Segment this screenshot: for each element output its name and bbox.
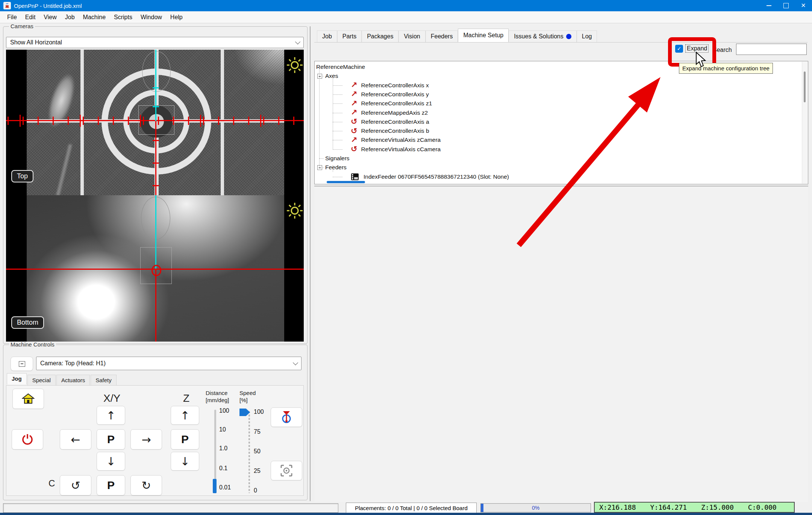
rotate-cw-icon: ↻ xyxy=(141,479,151,492)
camera-view-selector[interactable]: Show All Horizontal xyxy=(6,37,304,48)
arrow-up-icon: ↑ xyxy=(180,409,189,422)
tree-node-referencevirtualaxisccamera[interactable]: ↺ReferenceVirtualAxis cCamera xyxy=(351,145,441,154)
menu-file[interactable]: File xyxy=(3,12,21,22)
tree-connector xyxy=(319,67,320,167)
tree-node-referencecontrolleraxisa[interactable]: ↺ReferenceControllerAxis a xyxy=(351,117,429,126)
top-camera-view[interactable]: Top xyxy=(6,50,304,195)
mc-tab-jog[interactable]: Jog xyxy=(7,373,27,384)
menu-scripts[interactable]: Scripts xyxy=(110,12,136,22)
jog-z-down-button[interactable]: ↓ xyxy=(171,452,199,471)
maximize-button[interactable] xyxy=(777,0,795,11)
tab-log[interactable]: Log xyxy=(577,30,597,42)
minimize-icon xyxy=(767,5,771,6)
tree-horizontal-scrollbar-thumb[interactable] xyxy=(327,181,365,183)
tab-parts[interactable]: Parts xyxy=(337,30,362,42)
home-button[interactable] xyxy=(12,389,44,409)
tab-issues-solutions[interactable]: Issues & Solutions xyxy=(509,30,577,42)
rotate-ccw-button[interactable]: ↺ xyxy=(60,475,91,495)
tree-node-label: Feeders xyxy=(325,164,347,171)
tree-node-signalers[interactable]: Signalers xyxy=(325,154,350,163)
menu-edit[interactable]: Edit xyxy=(21,12,40,22)
tree-node-label: ReferenceVirtualAxis cCamera xyxy=(361,146,441,153)
distance-tick-10: 10 xyxy=(219,426,226,433)
red-tick-2 xyxy=(153,163,159,164)
tree-node-referencemachine[interactable]: ReferenceMachine xyxy=(316,62,365,71)
tree-node-referencecontrolleraxisz1[interactable]: ↗ReferenceControllerAxis z1 xyxy=(351,99,432,108)
tab-label: Issues & Solutions xyxy=(514,33,564,40)
expand-tooltip: Expand machine configuration tree xyxy=(679,63,773,74)
jog-x-minus-button[interactable]: ← xyxy=(60,429,91,450)
rotate-ccw-icon: ↺ xyxy=(71,479,80,492)
issues-badge-dot xyxy=(566,34,571,39)
menu-view[interactable]: View xyxy=(39,12,61,22)
tree-node-referencecontrolleraxisb[interactable]: ↺ReferenceControllerAxis b xyxy=(351,126,429,135)
bottom-camera-view[interactable]: Bottom xyxy=(6,195,304,342)
tab-label: Feeders xyxy=(431,33,453,40)
menu-job[interactable]: Job xyxy=(61,12,79,22)
linear-axis-icon: ↗ xyxy=(351,100,358,108)
distance-slider-thumb[interactable] xyxy=(213,479,217,493)
crosshair-red-vertical xyxy=(155,121,156,195)
tree-connector xyxy=(319,76,324,76)
tree-node-referencemappedaxisz2[interactable]: ↗ReferenceMappedAxis z2 xyxy=(351,108,428,117)
menu-machine[interactable]: Machine xyxy=(79,12,110,22)
jog-z-up-button[interactable]: ↑ xyxy=(171,406,199,425)
tab-vision[interactable]: Vision xyxy=(398,30,425,42)
crosshair-red-vertical xyxy=(155,269,156,342)
jog-x-plus-button[interactable]: → xyxy=(130,429,162,450)
park-head-button[interactable] xyxy=(271,407,302,427)
tab-job[interactable]: Job xyxy=(317,30,337,42)
menu-window[interactable]: Window xyxy=(136,12,166,22)
speed-slider[interactable] xyxy=(248,411,250,493)
rotate-cw-button[interactable]: ↻ xyxy=(130,475,162,495)
top-camera-label: Top xyxy=(11,170,33,182)
position-xy-button[interactable]: P xyxy=(97,429,125,450)
openpnp-window: OpenPnP - Untitled.job.xml ✕ FileEditVie… xyxy=(0,0,812,515)
tree-node-axes[interactable]: Axes xyxy=(325,71,338,81)
tree-node-label: ReferenceControllerAxis z1 xyxy=(361,100,432,107)
tab-label: Machine Setup xyxy=(463,32,503,39)
collapse-jog-button[interactable] xyxy=(11,357,33,371)
chevron-down-icon xyxy=(295,39,300,44)
jog-y-minus-button[interactable]: ↓ xyxy=(97,452,125,471)
mc-tab-actuators[interactable]: Actuators xyxy=(56,375,90,385)
menu-help[interactable]: Help xyxy=(166,12,187,22)
search-label: Search xyxy=(713,47,732,53)
tree-node-indexfeeder0670ff565457888367212340[interactable]: IndexFeeder 0670FF565457888367212340 (Sl… xyxy=(351,172,509,181)
position-p-icon: P xyxy=(181,433,189,446)
power-button[interactable] xyxy=(12,429,43,450)
collapse-icon xyxy=(19,361,25,367)
tree-node-referencecontrolleraxisx[interactable]: ↗ReferenceControllerAxis x xyxy=(351,81,429,90)
jog-y-plus-button[interactable]: ↑ xyxy=(97,406,125,425)
position-z-button[interactable]: P xyxy=(171,429,199,450)
tree-node-referencecontrolleraxisy[interactable]: ↗ReferenceControllerAxis y xyxy=(351,90,429,99)
tab-feeders[interactable]: Feeders xyxy=(426,30,458,42)
position-c-button[interactable]: P xyxy=(97,475,125,495)
search-input[interactable] xyxy=(736,44,807,55)
tab-machine-setup[interactable]: Machine Setup xyxy=(458,29,509,42)
brightness-icon[interactable] xyxy=(286,202,303,219)
tree-connector xyxy=(333,177,342,177)
close-button[interactable]: ✕ xyxy=(795,0,812,11)
tree-node-feeders[interactable]: Feeders xyxy=(325,163,347,172)
brightness-icon[interactable] xyxy=(286,56,303,74)
position-p-icon: P xyxy=(107,479,115,492)
arrow-left-icon: ← xyxy=(71,433,80,446)
mc-tab-safety[interactable]: Safety xyxy=(91,375,117,385)
mc-tab-special[interactable]: Special xyxy=(27,375,56,385)
scrollbar-thumb[interactable] xyxy=(804,71,806,102)
capture-camera-position-button[interactable] xyxy=(271,461,302,480)
tree-node-label: ReferenceControllerAxis b xyxy=(361,128,429,134)
tab-packages[interactable]: Packages xyxy=(362,30,398,42)
placements-status: Placements: 0 / 0 Total | 0 / 0 Selected… xyxy=(346,503,477,513)
tree-node-referencevirtualaxiszcamera[interactable]: ↗ReferenceVirtualAxis zCamera xyxy=(351,135,441,144)
distance-caption: Distance[mm/deg] xyxy=(206,389,229,404)
tree-vertical-scrollbar[interactable] xyxy=(802,62,807,184)
tree-node-label: Axes xyxy=(325,73,338,79)
chevron-down-icon xyxy=(293,360,298,365)
panel-splitter[interactable] xyxy=(310,26,311,501)
jog-target-selector[interactable]: Camera: Top (Head: H1) xyxy=(36,357,301,370)
position-p-icon: P xyxy=(107,433,115,446)
expand-checkbox[interactable]: ✓ xyxy=(675,45,683,53)
minimize-button[interactable] xyxy=(760,0,777,11)
